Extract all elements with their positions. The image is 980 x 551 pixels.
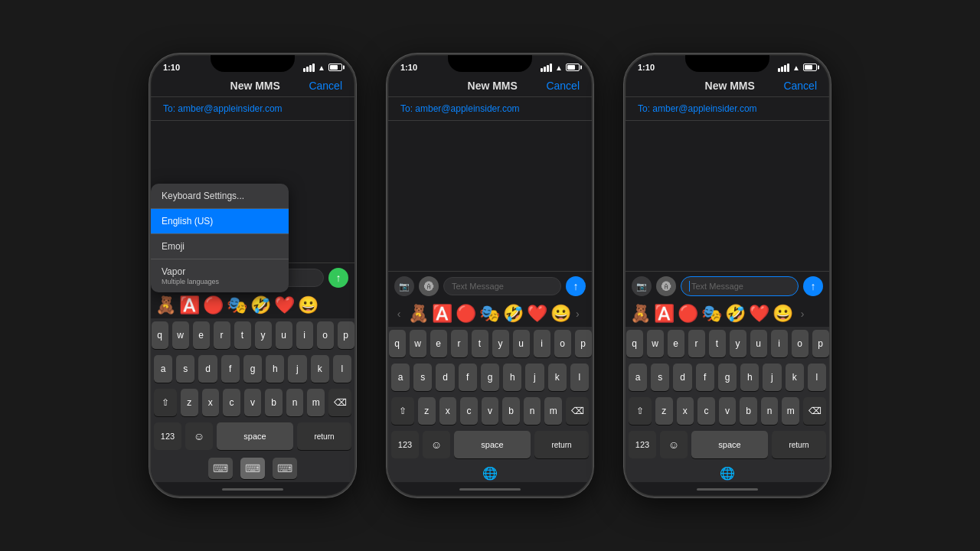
- key-123-1[interactable]: 123: [154, 422, 181, 450]
- key-x-1[interactable]: x: [202, 389, 220, 416]
- emoji-2-4[interactable]: 🎭: [479, 304, 500, 324]
- key-h-1[interactable]: h: [266, 355, 284, 383]
- key-o-1[interactable]: o: [317, 321, 334, 349]
- key-a-1[interactable]: a: [154, 355, 172, 383]
- key-delete-1[interactable]: ⌫: [328, 389, 351, 416]
- key-k-2[interactable]: k: [548, 364, 567, 391]
- key-d-3[interactable]: d: [673, 364, 691, 391]
- kb-sw-normal-1[interactable]: ⌨: [240, 458, 265, 479]
- kb-sw-split-1[interactable]: ⌨: [208, 458, 233, 479]
- key-v-2[interactable]: v: [482, 397, 499, 425]
- message-input-3[interactable]: Text Message: [681, 276, 799, 296]
- emoji-3-3[interactable]: 🔴: [678, 304, 698, 324]
- key-o-3[interactable]: o: [792, 330, 808, 357]
- key-m-3[interactable]: m: [782, 397, 799, 425]
- globe-icon-3[interactable]: 🌐: [720, 466, 735, 481]
- key-y-2[interactable]: y: [492, 330, 509, 357]
- camera-icon-2[interactable]: 📷: [394, 276, 414, 296]
- key-v-1[interactable]: v: [244, 389, 262, 416]
- key-e-1[interactable]: e: [193, 321, 210, 349]
- key-s-2[interactable]: s: [413, 364, 432, 391]
- emoji-2-6[interactable]: ❤️: [527, 304, 547, 324]
- emoji-scroll-right-3[interactable]: ›: [796, 308, 808, 320]
- popup-keyboard-settings[interactable]: Keyboard Settings...: [151, 184, 289, 209]
- popup-vapor[interactable]: Vapor Multiple languages: [151, 259, 289, 292]
- key-f-3[interactable]: f: [696, 364, 714, 391]
- key-u-3[interactable]: u: [750, 330, 767, 357]
- emoji-1-6[interactable]: ❤️: [274, 295, 295, 315]
- send-button-1[interactable]: ↑: [328, 268, 348, 288]
- emoji-1-2[interactable]: 🅰️: [179, 295, 200, 315]
- emoji-1-4[interactable]: 🎭: [227, 295, 247, 315]
- key-w-2[interactable]: w: [410, 330, 426, 357]
- key-c-1[interactable]: c: [223, 389, 240, 416]
- key-g-3[interactable]: g: [718, 364, 737, 391]
- key-123-2[interactable]: 123: [391, 431, 419, 458]
- globe-icon-2[interactable]: 🌐: [482, 466, 498, 481]
- key-r-1[interactable]: r: [214, 321, 230, 349]
- key-m-1[interactable]: m: [307, 389, 325, 416]
- key-shift-3[interactable]: ⇧: [629, 397, 652, 425]
- emoji-1-5[interactable]: 🤣: [250, 295, 271, 315]
- key-r-3[interactable]: r: [688, 330, 705, 357]
- key-q-3[interactable]: q: [626, 330, 643, 357]
- key-k-3[interactable]: k: [786, 364, 804, 391]
- key-s-1[interactable]: s: [176, 355, 194, 383]
- key-n-3[interactable]: n: [761, 397, 779, 425]
- key-f-1[interactable]: f: [221, 355, 240, 383]
- key-t-3[interactable]: t: [709, 330, 726, 357]
- key-l-3[interactable]: l: [808, 364, 826, 391]
- emoji-1-1[interactable]: 🧸: [155, 295, 176, 315]
- cancel-button-1[interactable]: Cancel: [309, 80, 342, 92]
- emoji-1-3[interactable]: 🔴: [203, 295, 224, 315]
- key-u-2[interactable]: u: [513, 330, 530, 357]
- key-return-2[interactable]: return: [534, 431, 589, 458]
- key-y-3[interactable]: y: [730, 330, 746, 357]
- key-i-1[interactable]: i: [296, 321, 313, 349]
- key-w-3[interactable]: w: [647, 330, 664, 357]
- key-b-3[interactable]: b: [740, 397, 757, 425]
- emoji-2-2[interactable]: 🅰️: [432, 304, 452, 324]
- key-i-3[interactable]: i: [771, 330, 788, 357]
- key-t-2[interactable]: t: [472, 330, 488, 357]
- key-i-2[interactable]: i: [534, 330, 550, 357]
- app-icon-3[interactable]: 🅐: [656, 276, 676, 296]
- key-l-1[interactable]: l: [333, 355, 351, 383]
- emoji-3-6[interactable]: ❤️: [749, 304, 769, 324]
- key-u-1[interactable]: u: [276, 321, 292, 349]
- key-shift-1[interactable]: ⇧: [154, 389, 177, 416]
- key-space-1[interactable]: space: [217, 422, 293, 450]
- key-m-2[interactable]: m: [544, 397, 562, 425]
- app-icon-2[interactable]: 🅐: [419, 276, 439, 296]
- key-q-1[interactable]: q: [152, 321, 168, 349]
- popup-english-us[interactable]: English (US): [151, 209, 289, 234]
- emoji-scroll-left-2[interactable]: ‹: [393, 308, 405, 320]
- key-d-2[interactable]: d: [436, 364, 454, 391]
- send-button-3[interactable]: ↑: [803, 276, 823, 296]
- key-l-2[interactable]: l: [570, 364, 589, 391]
- key-e-3[interactable]: e: [668, 330, 684, 357]
- emoji-3-5[interactable]: 🤣: [725, 304, 746, 324]
- key-j-1[interactable]: j: [288, 355, 306, 383]
- key-o-2[interactable]: o: [554, 330, 571, 357]
- key-123-3[interactable]: 123: [629, 431, 656, 458]
- send-button-2[interactable]: ↑: [566, 276, 586, 296]
- key-a-3[interactable]: a: [629, 364, 647, 391]
- emoji-2-1[interactable]: 🧸: [408, 304, 429, 324]
- key-s-3[interactable]: s: [651, 364, 669, 391]
- key-x-3[interactable]: x: [677, 397, 694, 425]
- key-space-2[interactable]: space: [454, 431, 531, 458]
- key-k-1[interactable]: k: [311, 355, 329, 383]
- key-n-2[interactable]: n: [524, 397, 541, 425]
- key-z-1[interactable]: z: [181, 389, 198, 416]
- key-p-1[interactable]: p: [338, 321, 354, 349]
- key-z-2[interactable]: z: [418, 397, 436, 425]
- emoji-3-1[interactable]: 🧸: [630, 304, 651, 324]
- emoji-2-7[interactable]: 😀: [550, 304, 571, 324]
- key-emoji-1[interactable]: ☺: [185, 422, 213, 450]
- popup-emoji[interactable]: Emoji: [151, 234, 289, 259]
- key-return-3[interactable]: return: [772, 431, 826, 458]
- key-x-2[interactable]: x: [439, 397, 457, 425]
- key-r-2[interactable]: r: [451, 330, 468, 357]
- key-v-3[interactable]: v: [719, 397, 737, 425]
